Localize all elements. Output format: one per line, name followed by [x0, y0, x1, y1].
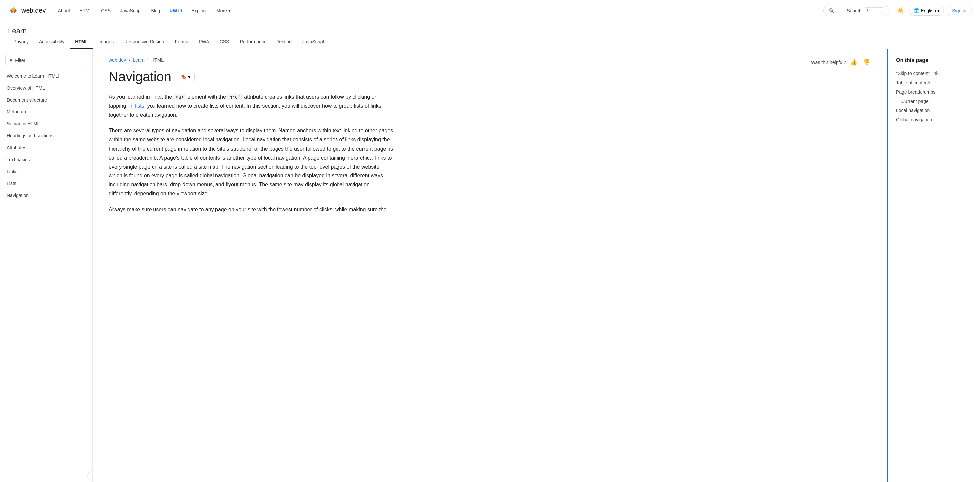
search-kbd: /: [865, 7, 884, 14]
chevron-down-icon: ▾: [228, 8, 231, 13]
sidebar-collapse-button[interactable]: ‹: [87, 471, 93, 482]
sidebar-item-metadata[interactable]: Metadata: [0, 106, 92, 118]
main-content: web.dev › Learn › HTML Was this helpful?…: [93, 49, 887, 482]
tab-css[interactable]: CSS: [215, 35, 235, 49]
chevron-down-icon: ▾: [937, 8, 940, 13]
nav-about[interactable]: About: [54, 5, 74, 16]
main-layout: ≡ Filter Welcome to Learn HTML! Overview…: [0, 49, 980, 482]
content-body: As you learned in links, the <a> element…: [109, 92, 394, 214]
tab-pwa[interactable]: PWA: [193, 35, 214, 49]
nav-links: About HTML CSS JavaScript Blog Learn Exp…: [54, 5, 821, 16]
nav-learn[interactable]: Learn: [165, 5, 186, 16]
search-box[interactable]: 🔍 Search /: [823, 5, 889, 16]
logo-icon: [8, 5, 19, 16]
nav-more[interactable]: More ▾: [213, 5, 235, 16]
nav-css[interactable]: CSS: [97, 5, 115, 16]
content-paragraph-2: There are several types of navigation an…: [109, 126, 394, 198]
on-this-page-title: On this page: [896, 57, 972, 63]
breadcrumb-webdev[interactable]: web.dev: [109, 57, 126, 63]
filter-icon: ≡: [10, 58, 12, 63]
theme-toggle-button[interactable]: ☀️: [895, 5, 907, 17]
page-title-row: Navigation 🔖 ▾: [109, 69, 871, 84]
thumbs-down-button[interactable]: 👎: [861, 57, 871, 67]
nav-explore[interactable]: Explore: [188, 5, 211, 16]
toc-item-current-page[interactable]: Current page: [896, 97, 972, 106]
nav-right: ☀️ 🌐 English ▾ Sign in: [895, 5, 972, 17]
toc-item-local-navigation[interactable]: Local navigation: [896, 106, 972, 115]
bookmark-button[interactable]: 🔖 ▾: [177, 72, 195, 82]
sidebar-item-attributes[interactable]: Attributes: [0, 142, 92, 153]
nav-html[interactable]: HTML: [75, 5, 96, 16]
nav-blog[interactable]: Blog: [147, 5, 164, 16]
breadcrumb-html: HTML: [151, 57, 164, 63]
top-nav: web.dev About HTML CSS JavaScript Blog L…: [0, 0, 980, 21]
sidebar-item-semantic-html[interactable]: Semantic HTML: [0, 118, 92, 130]
tab-html[interactable]: HTML: [70, 35, 93, 49]
bookmark-chevron-icon: ▾: [188, 74, 190, 80]
search-label: Search: [847, 8, 862, 13]
toc-item-table-of-contents[interactable]: Table of contents: [896, 78, 972, 87]
topic-tabs: Privacy Accessibility HTML Images Respon…: [0, 35, 980, 49]
lists-link[interactable]: lists: [135, 103, 144, 109]
toc-item-skip[interactable]: "Skip to content" link: [896, 69, 972, 78]
page-title: Navigation: [109, 69, 172, 84]
sidebar-item-text-basics[interactable]: Text basics: [0, 153, 92, 166]
toc-list: "Skip to content" link Table of contents…: [896, 69, 972, 124]
sidebar-item-document-structure[interactable]: Document structure: [0, 94, 92, 106]
left-sidebar: ≡ Filter Welcome to Learn HTML! Overview…: [0, 49, 93, 482]
tab-javascript[interactable]: JavaScript: [297, 35, 329, 49]
breadcrumb-sep-1: ›: [129, 58, 130, 62]
tab-performance[interactable]: Performance: [234, 35, 272, 49]
sidebar-item-links[interactable]: Links: [0, 166, 92, 177]
logo-text: web.dev: [21, 6, 46, 14]
sidebar-item-overview[interactable]: Overview of HTML: [0, 82, 92, 94]
nav-javascript[interactable]: JavaScript: [116, 5, 146, 16]
toc-item-global-navigation[interactable]: Global navigation: [896, 115, 972, 124]
content-paragraph-1: As you learned in links, the <a> element…: [109, 92, 394, 120]
links-link[interactable]: links: [151, 94, 162, 99]
lang-label: English: [921, 8, 936, 13]
sidebar-item-navigation[interactable]: Navigation: [0, 190, 92, 201]
filter-box[interactable]: ≡ Filter: [5, 55, 87, 66]
logo[interactable]: web.dev: [8, 5, 46, 16]
helpful-label: Was this helpful?: [811, 60, 846, 65]
filter-label: Filter: [15, 58, 25, 63]
toc-item-page-breadcrumbs[interactable]: Page breadcrumbs: [896, 87, 972, 97]
learn-page-header: Learn: [0, 21, 980, 35]
language-button[interactable]: 🌐 English ▾: [909, 6, 944, 16]
tab-privacy[interactable]: Privacy: [8, 35, 34, 49]
breadcrumb-sep-2: ›: [147, 58, 148, 62]
tab-accessibility[interactable]: Accessibility: [34, 35, 70, 49]
thumbs-up-button[interactable]: 👍: [849, 57, 859, 67]
breadcrumb-learn[interactable]: Learn: [133, 57, 145, 63]
sidebar-item-headings[interactable]: Headings and sections: [0, 130, 92, 142]
tab-forms[interactable]: Forms: [170, 35, 194, 49]
content-paragraph-3: Always make sure users can navigate to a…: [109, 205, 394, 214]
right-sidebar: On this page "Skip to content" link Tabl…: [887, 49, 980, 482]
sidebar-item-welcome[interactable]: Welcome to Learn HTML!: [0, 70, 92, 82]
sign-in-button[interactable]: Sign in: [947, 5, 972, 16]
tab-images[interactable]: Images: [93, 35, 119, 49]
sidebar-item-lists[interactable]: Lists: [0, 177, 92, 190]
bookmark-icon: 🔖: [181, 74, 187, 80]
sidebar-nav-list: Welcome to Learn HTML! Overview of HTML …: [0, 70, 92, 201]
tab-testing[interactable]: Testing: [272, 35, 297, 49]
globe-icon: 🌐: [914, 8, 920, 13]
tab-responsive-design[interactable]: Responsive Design: [119, 35, 170, 49]
search-icon: 🔍: [829, 8, 844, 13]
helpful-row: Was this helpful? 👍 👎: [811, 57, 871, 67]
breadcrumb: web.dev › Learn › HTML: [109, 57, 164, 63]
